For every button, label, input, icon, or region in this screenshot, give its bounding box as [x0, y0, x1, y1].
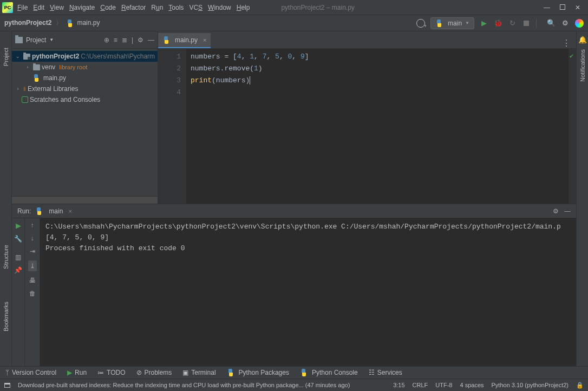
notifications-tool-button[interactable]: Notifications — [579, 49, 586, 82]
menu-run[interactable]: Run — [151, 4, 163, 11]
project-tool-button[interactable]: Project — [3, 48, 9, 66]
tool-version-control[interactable]: ᛘVersion Control — [5, 369, 56, 376]
menu-navigate[interactable]: Navigate — [69, 4, 95, 11]
expand-icon[interactable]: › — [14, 86, 22, 92]
tree-venv[interactable]: › venv library root — [12, 62, 158, 73]
readonly-lock-icon[interactable]: 🔒 — [576, 382, 584, 389]
hide-run-panel-icon[interactable]: — — [564, 207, 571, 215]
soft-wrap-icon[interactable]: ⇥ — [30, 247, 35, 255]
menu-help[interactable]: Help — [237, 4, 250, 11]
todo-icon: ≔ — [97, 369, 104, 376]
debug-button[interactable]: 🐞 — [494, 19, 502, 28]
stop-button[interactable] — [522, 19, 531, 28]
scroll-to-end-icon[interactable]: ⤓ — [28, 260, 37, 271]
run-configuration-selector[interactable]: main ▼ — [430, 17, 474, 29]
file-encoding[interactable]: UTF-8 — [435, 382, 452, 388]
structure-tool-button[interactable]: Structure — [3, 245, 9, 269]
menubar: File Edit View Navigate Code Refactor Ru… — [17, 4, 250, 11]
toolbar-separator — [536, 19, 541, 28]
console-line: Process finished with exit code 0 — [45, 243, 571, 254]
run-console[interactable]: C:\Users\mshah\PycharmProjects\pythonPro… — [40, 218, 576, 366]
print-icon[interactable]: 🖶 — [29, 277, 36, 284]
run-with-coverage-button[interactable]: ↻ — [508, 19, 517, 28]
tool-python-console[interactable]: Python Console — [300, 369, 358, 376]
terminal-icon: ▣ — [182, 369, 188, 376]
python-file-icon — [435, 19, 443, 27]
run-config-name: main — [448, 19, 462, 27]
editor-tabs-menu[interactable]: ⋮ — [557, 38, 576, 48]
tree-project-root[interactable]: ⌄ pythonProject2 C:\Users\mshah\Pycharm — [12, 51, 158, 62]
error-stripe[interactable]: ✔ — [569, 49, 576, 204]
maximize-button[interactable] — [560, 4, 565, 11]
tree-external-libraries[interactable]: › ⫴ External Libraries — [12, 83, 158, 94]
indent-setting[interactable]: 4 spaces — [460, 382, 484, 388]
menu-file[interactable]: File — [17, 4, 28, 11]
collapse-icon[interactable]: ⌄ — [14, 54, 22, 59]
settings-button[interactable]: ⚙ — [561, 19, 570, 28]
close-tab-icon[interactable]: × — [203, 37, 206, 43]
project-tree[interactable]: ⌄ pythonProject2 C:\Users\mshah\Pycharm … — [12, 49, 158, 196]
menu-window[interactable]: Window — [208, 4, 231, 11]
down-stack-icon[interactable]: ↓ — [31, 234, 34, 242]
expand-icon[interactable]: › — [24, 64, 31, 70]
tool-python-packages[interactable]: Python Packages — [227, 369, 289, 376]
pin-icon[interactable]: 📌 — [14, 266, 22, 274]
menu-tools[interactable]: Tools — [168, 4, 184, 11]
menu-vcs[interactable]: VCS — [189, 4, 202, 11]
run-panel-tools: ⚙ — — [553, 207, 571, 215]
run-settings-icon[interactable]: ⚙ — [553, 207, 559, 215]
search-everywhere-button[interactable]: 🔍 — [547, 19, 556, 28]
minimize-button[interactable]: — — [544, 4, 550, 11]
run-panel-tab[interactable]: main — [49, 207, 63, 215]
collapse-all-icon[interactable]: ≣ — [122, 36, 127, 44]
clear-all-icon[interactable]: 🗑 — [29, 290, 36, 297]
run-button[interactable]: ▶ — [480, 19, 488, 28]
settings-gear-icon[interactable]: ⚙ — [138, 36, 143, 44]
tool-terminal[interactable]: ▣Terminal — [182, 369, 215, 376]
breadcrumb-project[interactable]: pythonProject2 — [4, 19, 51, 27]
notifications-bell-icon[interactable]: 🔔 — [578, 36, 587, 44]
tool-services[interactable]: ☷Services — [369, 369, 402, 376]
status-message[interactable]: Download pre-built shared indexes: Reduc… — [18, 382, 350, 388]
editor-tabs: main.py × ⋮ — [158, 31, 576, 49]
menu-view[interactable]: View — [50, 4, 64, 11]
project-panel-toolbar: ⊕ ≡ ≣ | ⚙ — — [104, 36, 154, 44]
expand-all-icon[interactable]: ≡ — [114, 36, 117, 44]
tree-scratches[interactable]: Scratches and Consoles — [12, 94, 158, 105]
menu-code[interactable]: Code — [100, 4, 116, 11]
project-panel-scrollbar[interactable] — [12, 196, 158, 204]
breadcrumb-file[interactable]: main.py — [77, 19, 100, 27]
menu-edit[interactable]: Edit — [33, 4, 44, 11]
cursor-position[interactable]: 3:15 — [393, 382, 404, 388]
hide-panel-icon[interactable]: — — [148, 36, 154, 44]
tool-todo[interactable]: ≔TODO — [97, 369, 125, 376]
tool-window-icon[interactable] — [4, 383, 10, 388]
modify-run-config-icon[interactable]: 🔧 — [14, 235, 22, 243]
breadcrumb[interactable]: pythonProject2 〉 main.py — [4, 18, 100, 28]
editor-body[interactable]: 1 2 3 4 numbers = [4, 1, 7, 5, 0, 9]numb… — [158, 49, 576, 204]
view-mode-dropdown-icon[interactable]: ▼ — [49, 37, 54, 42]
run-panel-header: Run: main × ⚙ — — [12, 204, 576, 218]
tree-mainpy[interactable]: main.py — [12, 73, 158, 83]
python-icon — [227, 369, 234, 376]
close-button[interactable]: ✕ — [575, 4, 580, 11]
line-separator[interactable]: CRLF — [413, 382, 428, 388]
up-stack-icon[interactable]: ↑ — [31, 221, 34, 229]
console-line: [4, 7, 5, 0, 9] — [45, 232, 571, 243]
editor-area: main.py × ⋮ 1 2 3 4 numbers = [4, 1, 7, … — [158, 31, 576, 204]
layout-icon[interactable]: ▥ — [15, 253, 21, 261]
tool-problems[interactable]: ⊘Problems — [136, 369, 172, 376]
code-area[interactable]: numbers = [4, 1, 7, 5, 0, 9]numbers.remo… — [186, 49, 569, 204]
code-with-me-icon[interactable] — [416, 19, 425, 28]
tool-run[interactable]: ▶Run — [67, 369, 87, 376]
python-interpreter[interactable]: Python 3.10 (pythonProject2) — [492, 382, 569, 388]
close-run-tab-icon[interactable]: × — [68, 208, 71, 214]
locate-file-icon[interactable]: ⊕ — [104, 36, 109, 44]
rerun-button[interactable]: ▶ — [16, 221, 21, 230]
titlebar: PC File Edit View Navigate Code Refactor… — [0, 0, 588, 15]
bookmarks-tool-button[interactable]: Bookmarks — [3, 302, 9, 331]
editor-tab-mainpy[interactable]: main.py × — [158, 33, 211, 48]
menu-refactor[interactable]: Refactor — [121, 4, 146, 11]
color-scheme-icon[interactable] — [575, 19, 584, 28]
text-cursor — [250, 76, 250, 84]
